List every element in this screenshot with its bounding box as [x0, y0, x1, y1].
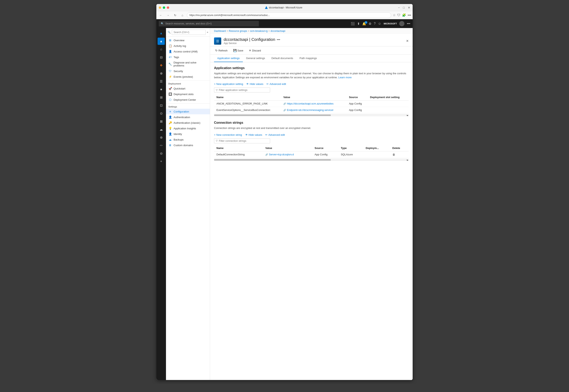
forward-button[interactable]: →	[165, 13, 171, 18]
nav-item-deployment-slots[interactable]: 🔲 Deployment slots	[166, 91, 210, 97]
sidebar-icon-home[interactable]: ⌂	[158, 46, 165, 53]
app-setting-link-0[interactable]: https://dccontactsapi.scm.azurewebsites	[287, 102, 333, 105]
cs-col-slot[interactable]: Deploym...	[363, 145, 390, 151]
app-setting-link-1[interactable]: Endpoint=sb://dcscmmessaging.servicel	[287, 109, 333, 112]
cs-scrollbar[interactable]: ◀ ▶	[214, 159, 409, 161]
restore-icon[interactable]: □	[403, 6, 405, 9]
cs-link-0[interactable]: Server=tcp:dcsqlsrv.d	[269, 153, 294, 156]
breadcrumb-resource[interactable]: dccontactsapi	[271, 30, 285, 32]
nav-item-custom-domains[interactable]: 🖥 Custom domains	[166, 142, 210, 148]
tab-path-mappings[interactable]: Path mappings	[296, 55, 320, 62]
nav-item-security[interactable]: 🛡 Security	[166, 68, 210, 74]
cloud-shell-icon[interactable]: ⬛	[351, 22, 355, 26]
col-header-name[interactable]: Name	[214, 94, 281, 100]
sidebar-icon-add[interactable]: +	[158, 158, 165, 165]
nav-item-authentication-classic[interactable]: 🔑 Authentication (classic)	[166, 120, 210, 126]
tab-app-settings[interactable]: Application settings	[214, 55, 243, 62]
sidebar-icon-cloud[interactable]: ☁	[158, 126, 165, 133]
breadcrumb-resource-groups[interactable]: Resource groups	[229, 30, 247, 32]
collapse-sidebar-button[interactable]: «	[207, 31, 208, 34]
upload-icon[interactable]: ⬆	[357, 22, 360, 26]
nav-item-authentication[interactable]: 👤 Authentication	[166, 114, 210, 120]
filter-connection-strings-input[interactable]	[219, 139, 268, 142]
extensions-icon[interactable]: 🧩	[402, 13, 406, 17]
nav-item-diagnose[interactable]: 🔧 Diagnose and solve problems	[166, 60, 210, 68]
cs-col-type[interactable]: Type	[338, 145, 363, 151]
col-header-value[interactable]: Value	[281, 94, 347, 100]
more-icon[interactable]: •••	[408, 14, 411, 17]
nav-item-app-insights[interactable]: 💡 Application Insights	[166, 126, 210, 131]
breadcrumb-dashboard[interactable]: Dashboard	[214, 30, 226, 32]
nav-item-events[interactable]: ⚡ Events (preview)	[166, 74, 210, 80]
nav-item-activity-log[interactable]: 📋 Activity log	[166, 43, 210, 49]
cs-delete-0[interactable]: 🗑	[390, 151, 409, 158]
nav-item-identity[interactable]: 👤 Identity	[166, 131, 210, 137]
save-button[interactable]: 💾 Save	[232, 48, 245, 53]
new-app-setting-button[interactable]: + New application setting	[214, 83, 243, 85]
url-input[interactable]	[187, 13, 391, 18]
user-avatar[interactable]	[399, 21, 404, 26]
tab-general-settings[interactable]: General settings	[243, 55, 268, 62]
sidebar-icon-extensions[interactable]: ❖	[158, 62, 165, 69]
home-button[interactable]: ⌂	[180, 13, 185, 18]
app-settings-scrollbar[interactable]: ◀ ▶	[214, 114, 409, 116]
sidebar-icon-monitor[interactable]: ⊙	[158, 110, 165, 117]
favorites-icon[interactable]: ☆	[393, 13, 396, 17]
minimize-button[interactable]	[159, 6, 161, 9]
azure-search-bar[interactable]: 🔍 Search resources, services, and docs (…	[159, 21, 259, 27]
sidebar-icon-favorites[interactable]: ★	[158, 86, 165, 93]
cs-col-name[interactable]: Name	[214, 145, 263, 151]
nav-item-access-control[interactable]: 👤 Access control (IAM)	[166, 49, 210, 54]
sidebar-icon-grid[interactable]: ⊞	[158, 94, 165, 101]
close-window-button[interactable]	[167, 6, 169, 9]
scroll-right-icon[interactable]: ▶	[407, 114, 408, 116]
sidebar-icon-network[interactable]: ⊛	[158, 134, 165, 141]
delete-icon[interactable]: 🗑	[392, 153, 395, 156]
new-connection-string-button[interactable]: + New connection string	[214, 133, 242, 136]
maximize-button[interactable]	[163, 6, 165, 9]
sidebar-icon-dashboard[interactable]: ⊟	[158, 54, 165, 61]
close-icon[interactable]: ✕	[408, 6, 410, 9]
hide-values-button[interactable]: 👁 Hide values	[246, 83, 263, 85]
settings-icon[interactable]: ⚙	[369, 22, 371, 26]
sidebar-icon-manage[interactable]: ⊝	[158, 150, 165, 157]
nav-item-quickstart[interactable]: 🚀 Quickstart	[166, 86, 210, 91]
sidebar-search-input[interactable]	[172, 30, 206, 35]
cs-col-delete[interactable]: Delete	[390, 145, 409, 151]
sidebar-icon-services[interactable]: ⊡	[158, 102, 165, 109]
learn-more-link[interactable]: Learn more	[338, 76, 352, 79]
notifications-icon[interactable]: 🔔 8	[362, 22, 366, 26]
nav-item-deployment-center[interactable]: ⬡ Deployment Center	[166, 97, 210, 102]
sidebar-icon-azure[interactable]: ▲	[158, 38, 165, 45]
breadcrumb-scm[interactable]: scm-breakout-rg	[250, 30, 267, 32]
feedback-icon[interactable]: ☺	[378, 22, 381, 26]
advanced-edit-button[interactable]: ✏ Advanced edit	[266, 83, 286, 85]
refresh-button[interactable]: ↻ Refresh	[214, 48, 229, 53]
cs-col-value[interactable]: Value	[263, 145, 312, 151]
discard-button[interactable]: ✕ Discard	[248, 48, 262, 53]
back-button[interactable]: ←	[158, 13, 164, 18]
col-header-source[interactable]: Source	[347, 94, 368, 100]
help-icon[interactable]: ?	[374, 22, 375, 26]
nav-item-overview[interactable]: ⊞ Overview	[166, 37, 210, 43]
panel-more-button[interactable]: •••	[277, 38, 280, 42]
advanced-edit-cs-button[interactable]: ✏ Advanced edit	[265, 133, 285, 136]
more-options-icon[interactable]: •••	[407, 22, 410, 26]
refresh-button[interactable]: ↻	[172, 13, 178, 18]
hide-cs-values-button[interactable]: 👁 Hide values	[245, 133, 262, 136]
cs-scroll-right-icon[interactable]: ▶	[407, 159, 408, 161]
panel-close-button[interactable]: ✕	[406, 39, 409, 43]
sidebar-icon-code[interactable]: <>	[158, 142, 165, 149]
minimize-icon[interactable]: −	[398, 6, 400, 9]
nav-item-tags[interactable]: 🏷 Tags	[166, 54, 210, 60]
sidebar-icon-data[interactable]: ⊠	[158, 118, 165, 125]
nav-item-backups[interactable]: ☁ Backups	[166, 137, 210, 142]
sidebar-icon-github[interactable]: ⊕	[158, 70, 165, 77]
sidebar-icon-portal[interactable]: ▲	[158, 30, 165, 37]
tab-default-docs[interactable]: Default documents	[268, 55, 296, 62]
filter-app-settings-input[interactable]	[219, 88, 268, 92]
nav-item-configuration[interactable]: ≡ Configuration	[166, 109, 210, 114]
cs-col-source[interactable]: Source	[312, 145, 338, 151]
sidebar-icon-list[interactable]: ☰	[158, 78, 165, 85]
col-header-slot[interactable]: Deployment slot setting	[368, 94, 409, 100]
